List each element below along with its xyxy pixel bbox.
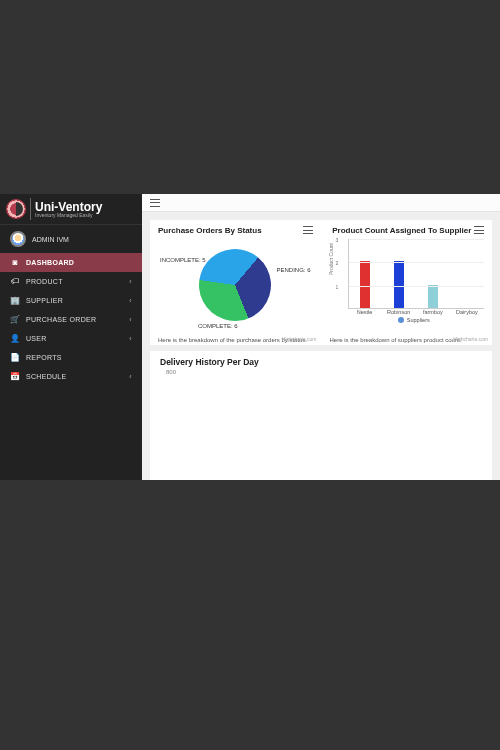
chart-menu-icon[interactable]: [474, 226, 484, 234]
y-tick: 800: [166, 369, 482, 375]
sidebar-item-label: PURCHASE ORDER: [26, 316, 96, 323]
chevron-left-icon: ‹: [129, 297, 132, 304]
pie-graphic: [185, 234, 286, 335]
calendar-icon: 📅: [10, 372, 20, 381]
brand-subtitle: Inventory Managed Easily: [35, 213, 102, 218]
brand: Uni-Ventory Inventory Managed Easily: [0, 194, 142, 225]
sidebar: Uni-Ventory Inventory Managed Easily ADM…: [0, 194, 142, 480]
card-title: Delivery History Per Day: [160, 357, 482, 367]
brand-title: Uni-Ventory: [35, 201, 102, 213]
content: Purchase Orders By Status PENDING: 6 INC…: [142, 212, 500, 480]
legend-label: Suppliers: [407, 317, 430, 323]
pie-label-pending: PENDING: 6: [276, 267, 310, 273]
cart-icon: 🛒: [10, 315, 20, 324]
charts-row: Purchase Orders By Status PENDING: 6 INC…: [150, 220, 492, 345]
user-icon: 👤: [10, 334, 20, 343]
chart-menu-icon[interactable]: [303, 226, 313, 234]
sidebar-item-label: DASHBOARD: [26, 259, 74, 266]
x-tick: Nestle: [350, 309, 380, 315]
document-icon: 📄: [10, 353, 20, 362]
bar-chart: Product Count 123 NestleRobinsonfarmboyD…: [330, 235, 485, 335]
sidebar-item-purchase-order[interactable]: 🛒 PURCHASE ORDER ‹: [0, 310, 142, 329]
sidebar-item-dashboard[interactable]: ◙ DASHBOARD: [0, 253, 142, 272]
y-tick: 2: [336, 260, 339, 266]
chevron-left-icon: ‹: [129, 316, 132, 323]
sidebar-item-product[interactable]: 🏷 PRODUCT ‹: [0, 272, 142, 291]
card-title: Purchase Orders By Status: [158, 226, 262, 235]
card-product-count-by-supplier: Product Count Assigned To Supplier Produ…: [321, 220, 493, 345]
main-area: Purchase Orders By Status PENDING: 6 INC…: [142, 194, 500, 480]
pie-label-complete: COMPLETE: 6: [198, 323, 238, 329]
sidebar-item-user[interactable]: 👤 USER ‹: [0, 329, 142, 348]
brand-logo-icon: [6, 199, 26, 219]
chart-credit: Highcharts.com: [453, 336, 488, 342]
chevron-left-icon: ‹: [129, 278, 132, 285]
y-tick: 3: [336, 237, 339, 243]
sidebar-item-label: USER: [26, 335, 47, 342]
sidebar-nav: ◙ DASHBOARD 🏷 PRODUCT ‹ 🏢 SUPPLIER ‹ 🛒 P…: [0, 253, 142, 386]
sidebar-item-schedule[interactable]: 📅 SCHEDULE ‹: [0, 367, 142, 386]
hamburger-icon[interactable]: [150, 199, 160, 207]
x-tick: Dairyboy: [452, 309, 482, 315]
chevron-left-icon: ‹: [129, 335, 132, 342]
x-tick: farmboy: [418, 309, 448, 315]
user-row[interactable]: ADMIN IVM: [0, 225, 142, 253]
bar-farmboy: [428, 285, 438, 308]
card-title: Product Count Assigned To Supplier: [330, 226, 475, 235]
legend-swatch-icon: [398, 317, 404, 323]
tag-icon: 🏷: [10, 277, 20, 286]
sidebar-item-label: SUPPLIER: [26, 297, 63, 304]
card-delivery-history: Delivery History Per Day 800: [150, 351, 492, 480]
sidebar-item-reports[interactable]: 📄 REPORTS: [0, 348, 142, 367]
brand-divider: [30, 198, 31, 220]
pie-chart: PENDING: 6 INCOMPLETE: 5 COMPLETE: 6: [158, 235, 313, 335]
x-axis-ticks: NestleRobinsonfarmboyDairyboy: [348, 309, 485, 315]
dashboard-icon: ◙: [10, 258, 20, 267]
pie-label-incomplete: INCOMPLETE: 5: [160, 257, 206, 263]
card-purchase-orders-by-status: Purchase Orders By Status PENDING: 6 INC…: [150, 220, 321, 345]
y-axis-title: Product Count: [328, 243, 334, 275]
app-window: Uni-Ventory Inventory Managed Easily ADM…: [0, 194, 500, 480]
sidebar-item-label: REPORTS: [26, 354, 62, 361]
bar-plot-area: [348, 239, 485, 309]
x-tick: Robinson: [384, 309, 414, 315]
user-name: ADMIN IVM: [32, 236, 69, 243]
chevron-left-icon: ‹: [129, 373, 132, 380]
bar-legend: Suppliers: [344, 317, 485, 323]
topbar: [142, 194, 500, 212]
sidebar-item-label: SCHEDULE: [26, 373, 67, 380]
y-tick: 1: [336, 284, 339, 290]
building-icon: 🏢: [10, 296, 20, 305]
sidebar-item-supplier[interactable]: 🏢 SUPPLIER ‹: [0, 291, 142, 310]
sidebar-item-label: PRODUCT: [26, 278, 63, 285]
avatar-icon: [10, 231, 26, 247]
chart-credit: Highcharts.com: [282, 336, 317, 342]
